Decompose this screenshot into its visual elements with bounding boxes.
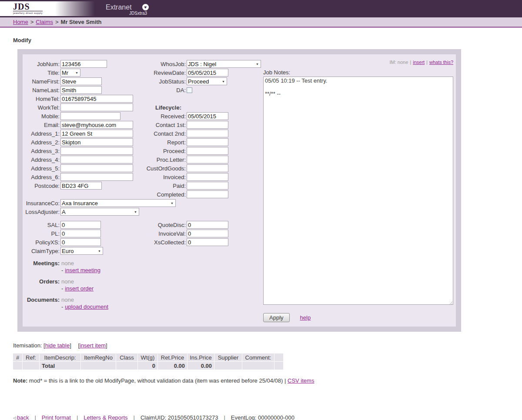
completed-label: Completed: — [129, 191, 186, 198]
insert-item-link[interactable]: insert item — [80, 342, 106, 349]
letters-reports-link[interactable]: Letters & Reports — [84, 414, 127, 420]
separator: | — [426, 60, 428, 65]
namelast-input[interactable] — [60, 86, 102, 94]
table-cell — [13, 362, 23, 370]
csv-items-link[interactable]: CSV items — [288, 377, 314, 384]
pl-input[interactable] — [60, 230, 101, 237]
im-bar: IM: none|insert|whats this? — [263, 60, 454, 67]
procletter-input[interactable] — [187, 156, 228, 163]
received-input[interactable] — [187, 112, 228, 120]
title-select[interactable]: Mr▼ — [60, 69, 80, 77]
jobstatus-select[interactable]: Proceed▼ — [187, 77, 227, 85]
apply-button[interactable]: Apply — [263, 313, 290, 322]
insuranceco-label: InsuranceCo: — [23, 200, 60, 207]
reviewdate-label: ReviewDate: — [129, 70, 186, 76]
table-cell — [214, 362, 242, 370]
paid-input[interactable] — [187, 182, 228, 190]
im-whatsthis-link[interactable]: whats this? — [429, 60, 453, 65]
invoiced-input[interactable] — [187, 173, 228, 181]
claimtype-label: ClaimType: — [23, 248, 60, 254]
namefirst-input[interactable] — [60, 77, 102, 85]
claimtype-select[interactable]: Euro▼ — [60, 247, 103, 255]
mobile-input[interactable] — [60, 112, 120, 120]
breadcrumb-claims-link[interactable]: Claims — [36, 19, 53, 25]
breadcrumb-home-link[interactable]: Home — [13, 19, 28, 25]
sal-input[interactable] — [60, 221, 101, 229]
help-link[interactable]: help — [300, 314, 311, 321]
da-checkbox[interactable] — [187, 87, 192, 93]
chevron-down-icon: ▼ — [75, 71, 78, 74]
total-label-cell: Total — [40, 362, 81, 370]
postcode-label: Postcode: — [23, 183, 60, 189]
separator: | — [224, 414, 225, 420]
namelast-label: NameLast: — [23, 87, 60, 93]
quotedisc-input[interactable] — [187, 221, 228, 229]
hometel-input[interactable] — [60, 95, 133, 103]
policyxs-input[interactable] — [60, 238, 101, 246]
custordgoods-input[interactable] — [187, 164, 228, 172]
table-header-cell: Wt(g) — [138, 353, 158, 362]
email-input[interactable] — [60, 121, 133, 129]
back-icon: ◁ — [13, 416, 16, 420]
completed-input[interactable] — [187, 190, 228, 198]
upload-document-link[interactable]: upload document — [65, 303, 108, 310]
total-retprice-cell: 0.00 — [158, 362, 187, 370]
modify-form-card: JobNum: Title:Mr▼ NameFirst: NameLast: H… — [17, 49, 461, 332]
separator: | — [34, 414, 36, 420]
eventlog-text: EventLog: 00000000-000 — [231, 414, 294, 420]
address2-label: Address_2: — [23, 139, 60, 146]
address5-input[interactable] — [60, 164, 133, 172]
proceed-input[interactable] — [187, 147, 228, 155]
breadcrumb-separator: > — [30, 19, 34, 25]
table-header-cell: Supplier — [214, 353, 242, 362]
report-input[interactable] — [187, 138, 228, 146]
address3-input[interactable] — [60, 147, 133, 155]
address4-input[interactable] — [60, 156, 133, 163]
insert-meeting-link[interactable]: insert meeting — [65, 267, 100, 273]
postcode-input[interactable] — [60, 182, 102, 190]
quotedisc-label: QuoteDisc: — [129, 222, 186, 228]
bracket: ] — [106, 342, 107, 349]
hide-table-link[interactable]: hide table — [45, 342, 70, 349]
table-header-cell: Ins.Price — [187, 353, 214, 362]
worktel-input[interactable] — [60, 103, 133, 111]
job-notes-wrap: 05/05 10:19 -- Test entry. **/** -- — [263, 77, 453, 306]
whosjob-select[interactable]: JDS : Nigel▼ — [187, 60, 261, 68]
dash: - — [61, 285, 63, 292]
address1-input[interactable] — [60, 130, 133, 137]
lifecycle-heading: Lifecycle: — [129, 104, 186, 111]
table-cell — [81, 362, 116, 370]
contact1st-input[interactable] — [187, 121, 228, 129]
im-insert-link[interactable]: insert — [413, 60, 425, 65]
field-row-claimtype: ClaimType:Euro▼ — [23, 247, 205, 255]
address6-input[interactable] — [60, 173, 133, 181]
note-line: Note: mod* = this is a link to the old M… — [13, 377, 522, 384]
xscollected-input[interactable] — [187, 238, 228, 246]
claimuid-value: 2015050510173273 — [168, 414, 218, 420]
table-header-cell: Ret.Price — [158, 353, 187, 362]
xscollected-label: XsCollected: — [129, 239, 186, 246]
total-insprice-cell: 0.00 — [187, 362, 214, 370]
table-header-cell: Class — [116, 353, 138, 362]
address3-label: Address_3: — [23, 148, 60, 154]
address2-input[interactable] — [60, 138, 133, 146]
eventlog-label: EventLog: — [231, 414, 257, 420]
note-label: Note: — [13, 377, 27, 384]
jobnum-label: JobNum: — [23, 61, 60, 67]
claimuid-label: ClaimUID: — [141, 414, 166, 420]
logo-tagline: jewellery direct supply — [13, 11, 43, 14]
im-label: IM: — [390, 60, 396, 65]
print-format-link[interactable]: Print format — [42, 414, 71, 420]
jobnum-input[interactable] — [60, 60, 107, 68]
jds-logo[interactable]: JDS jewellery direct supply — [13, 3, 43, 14]
chevron-down-icon: ▼ — [222, 80, 225, 83]
reviewdate-input[interactable] — [187, 69, 228, 77]
back-link[interactable]: back — [17, 414, 29, 420]
claimtype-select-value: Euro — [62, 248, 74, 254]
insert-order-link[interactable]: insert order — [65, 285, 94, 292]
received-label: Received: — [129, 113, 186, 120]
invoiceval-input[interactable] — [187, 230, 228, 237]
contact2nd-input[interactable] — [187, 130, 228, 137]
job-notes-textarea[interactable]: 05/05 10:19 -- Test entry. **/** -- — [263, 77, 453, 305]
lossadjuster-select[interactable]: A▼ — [60, 208, 139, 216]
